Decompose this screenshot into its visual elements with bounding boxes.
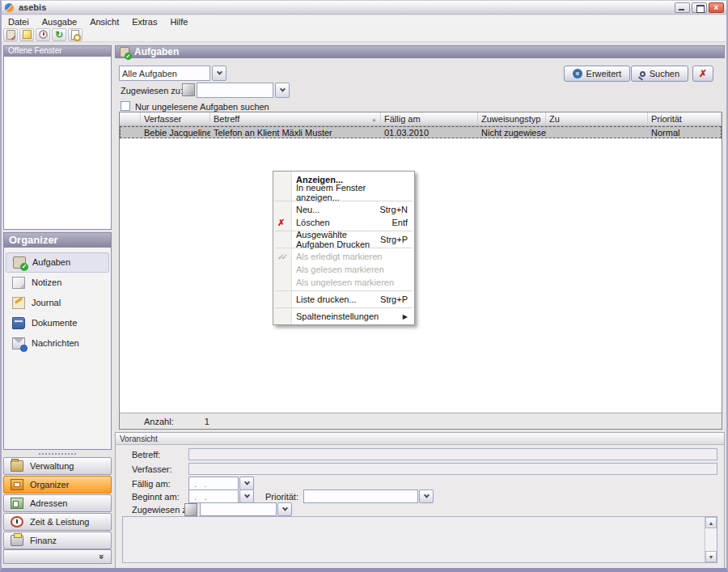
new-task-button[interactable]: ✓ <box>3 28 18 41</box>
task-filter-dropdown[interactable] <box>119 66 226 81</box>
nav-finanz[interactable]: Finanz <box>3 532 112 549</box>
sidebar-item-journal[interactable]: Journal <box>6 293 109 313</box>
zugewiesen-zu-dropdown[interactable] <box>200 502 292 516</box>
sidebar-item-dokumente[interactable]: Dokumente <box>6 313 109 333</box>
table-row[interactable]: Bebie Jacqueline Telefon an Klient Mäxli… <box>120 126 722 138</box>
menu-item-loeschen[interactable]: ✗ Löschen Entf <box>273 216 414 229</box>
search-button[interactable]: Suchen <box>631 66 688 82</box>
organizer-header: Organizer <box>3 232 112 248</box>
menu-hilfe[interactable]: Hilfe <box>163 15 194 28</box>
col-zuweisungstyp[interactable]: Zuweisungstyp <box>478 112 546 126</box>
menu-separator <box>275 290 413 291</box>
menu-extras[interactable]: Extras <box>125 15 163 28</box>
col-betreff[interactable]: Betreff ▲ <box>210 112 381 126</box>
unread-only-checkbox[interactable] <box>121 101 130 111</box>
messages-icon <box>12 337 25 350</box>
chevron-down-icon[interactable] <box>277 502 292 516</box>
refresh-button[interactable]: ↻ <box>52 28 66 41</box>
scroll-down-icon[interactable]: ▼ <box>705 551 717 562</box>
prioritaet-dropdown[interactable] <box>303 489 434 503</box>
splitter-grip[interactable] <box>3 450 112 457</box>
chevron-down-icon[interactable] <box>275 83 290 98</box>
organizer-icon <box>11 479 23 490</box>
nav-zeit-leistung[interactable]: Zeit & Leistung <box>3 513 112 531</box>
print-preview-button[interactable] <box>68 28 83 41</box>
clear-filter-icon: ✗ <box>699 68 707 79</box>
toolbar: ✓ ↻ <box>2 28 726 42</box>
prioritaet-label: Priorität: <box>265 492 298 502</box>
task-icon: ✓ <box>6 30 15 40</box>
betreff-field[interactable] <box>188 448 717 460</box>
print-preview-icon <box>71 30 79 40</box>
col-verfasser[interactable]: Verfasser <box>141 112 210 126</box>
menu-item-neu[interactable]: Neu... Strg+N <box>273 203 414 216</box>
minimize-button[interactable] <box>675 2 690 13</box>
scrollbar[interactable]: ▲ ▼ <box>705 517 717 562</box>
nav-organizer[interactable]: Organizer <box>3 476 112 494</box>
verfasser-field[interactable] <box>188 463 717 475</box>
faellig-am-value[interactable] <box>188 477 239 490</box>
beginnt-am-date-dropdown[interactable] <box>188 489 254 503</box>
prioritaet-value[interactable] <box>303 489 418 503</box>
faellig-am-date-dropdown[interactable] <box>188 477 254 490</box>
clock-icon <box>11 516 23 528</box>
col-icon[interactable] <box>120 112 141 126</box>
journal-button[interactable] <box>36 28 50 41</box>
menu-item-liste-drucken[interactable]: Liste drucken... Strg+P <box>273 293 414 306</box>
chevron-down-icon[interactable] <box>419 489 434 503</box>
menu-item-in-neuem-fenster[interactable]: In neuem Fenster anzeigen... <box>273 186 414 199</box>
scroll-up-icon[interactable]: ▲ <box>705 517 717 528</box>
beginnt-am-label: Beginnt am: <box>132 492 180 502</box>
menu-ausgabe[interactable]: Ausgabe <box>36 15 83 28</box>
cell-verfasser: Bebie Jacqueline <box>141 126 210 138</box>
menu-item-ausgewaehlte-drucken[interactable]: Ausgewählte Aufgaben Drucken Strg+P <box>273 233 414 246</box>
menu-item-spalteneinstellungen[interactable]: Spalteneinstellungen ▶ <box>273 310 414 323</box>
folder-icon <box>11 460 23 472</box>
menu-separator <box>275 201 413 201</box>
main-panel: ✓ Aufgaben » Erweitert Suchen ✗ Zugewies… <box>115 45 725 564</box>
cell-zuweisungstyp: Nicht zugewiesen <box>478 126 546 138</box>
expand-icon: » <box>573 69 582 78</box>
assigned-dropdown[interactable] <box>197 83 290 98</box>
module-nav: Verwaltung Organizer Adressen Zeit & Lei… <box>3 457 112 549</box>
app-window: asebis × Datei Ausgabe Ansicht Extras Hi… <box>0 0 728 572</box>
assigned-picker-button[interactable] <box>182 83 195 96</box>
new-note-button[interactable] <box>19 28 34 41</box>
clear-filter-button[interactable]: ✗ <box>692 66 713 82</box>
menu-item-als-gelesen: Als gelesen markieren <box>273 263 414 276</box>
chevron-down-icon[interactable] <box>239 477 254 490</box>
nav-collapse-button[interactable]: » <box>3 549 112 564</box>
sidebar-item-notizen[interactable]: Notizen <box>6 273 109 293</box>
nav-adressen[interactable]: Adressen <box>3 494 112 512</box>
chevron-down-icon[interactable] <box>212 66 226 81</box>
sidebar-item-nachrichten[interactable]: Nachrichten <box>6 333 109 354</box>
unread-only-label: Nur ungelesene Aufgaben suchen <box>135 102 269 112</box>
count-value: 1 <box>174 417 210 426</box>
assigned-value[interactable] <box>197 83 273 98</box>
address-card-icon <box>11 498 23 509</box>
col-zu[interactable]: Zu <box>546 112 648 126</box>
sidebar-item-label: Notizen <box>32 278 61 287</box>
col-faellig-am[interactable]: Fällig am <box>381 112 478 126</box>
beginnt-am-value[interactable] <box>188 489 239 503</box>
advanced-button[interactable]: » Erweitert <box>564 66 630 82</box>
count-label: Anzahl: <box>120 417 174 426</box>
task-filter-value[interactable] <box>119 66 210 81</box>
printer-icon <box>11 535 23 546</box>
zugewiesen-zu-value[interactable] <box>200 502 277 516</box>
nav-verwaltung[interactable]: Verwaltung <box>3 457 112 475</box>
context-menu: Anzeigen... In neuem Fenster anzeigen...… <box>273 171 415 325</box>
close-button[interactable]: × <box>709 2 724 13</box>
restore-button[interactable] <box>692 2 707 13</box>
page-title: Aufgaben <box>134 46 179 57</box>
assigned-picker-button[interactable] <box>184 503 197 516</box>
menu-datei[interactable]: Datei <box>2 15 36 28</box>
chevron-down-icon[interactable] <box>239 489 254 503</box>
betreff-label: Betreff: <box>132 450 160 460</box>
page-title-bar: ✓ Aufgaben <box>115 45 725 58</box>
notes-textarea[interactable]: ▲ ▼ <box>122 516 717 563</box>
menu-ansicht[interactable]: Ansicht <box>83 15 125 28</box>
menu-item-als-ungelesen: Als ungelesen markieren <box>273 276 414 289</box>
sidebar-item-aufgaben[interactable]: ✓ Aufgaben <box>6 252 109 273</box>
col-prioritaet[interactable]: Priorität <box>648 112 722 126</box>
